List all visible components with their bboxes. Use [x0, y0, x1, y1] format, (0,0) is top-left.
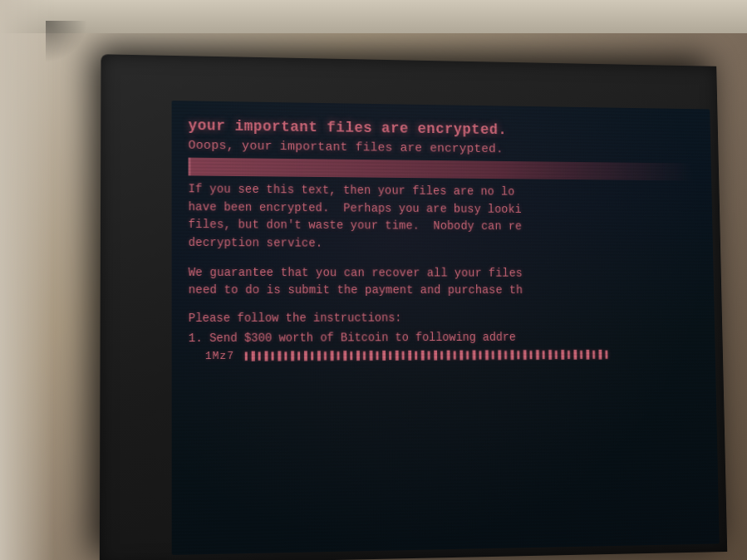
wall-top: [0, 0, 747, 33]
bitcoin-address-line: 1Mz7 ▌▋▌▋▌▋▌▋▌▋▌▋▌▋▌▋▌▋▌▋▌▋▌▋▌▋▌▋▌▋▌▋▌▋▌…: [205, 348, 696, 362]
screen-content: your important files are encrypted. Ooop…: [172, 101, 716, 380]
highlight-bar: [189, 158, 693, 181]
title-text: your important files are encrypted.: [188, 117, 507, 138]
ooops-text: Ooops, your important files are encrypte…: [189, 139, 504, 156]
body-line-1: If you see this text, then your files ar…: [189, 180, 695, 254]
title-line: your important files are encrypted.: [188, 117, 691, 140]
monitor-perspective: your important files are encrypted. Ooop…: [54, 31, 730, 560]
address-bars: ▌▋▌▋▌▋▌▋▌▋▌▋▌▋▌▋▌▋▌▋▌▋▌▋▌▋▌▋▌▋▌▋▌▋▌▋▌▋▌▋…: [245, 351, 612, 361]
photo-wrapper: your important files are encrypted. Ooop…: [0, 0, 747, 560]
corner-shadow: [46, 21, 87, 62]
wall-left: [0, 0, 54, 560]
address-prefix: 1Mz7: [205, 350, 234, 362]
body-line-2: We guarantee that you can recover all yo…: [189, 264, 695, 300]
monitor-bezel: your important files are encrypted. Ooop…: [100, 54, 727, 560]
ooops-line: Ooops, your important files are encrypte…: [189, 139, 692, 159]
body-paragraph-1: If you see this text, then your files ar…: [189, 180, 695, 300]
instruction-1-text: 1. Send $300 worth of Bitcoin to followi…: [189, 331, 516, 345]
instruction-item-1: 1. Send $300 worth of Bitcoin to followi…: [189, 331, 696, 346]
instructions-label: Please follow the instructions:: [189, 311, 695, 325]
monitor-screen: your important files are encrypted. Ooop…: [172, 101, 720, 555]
